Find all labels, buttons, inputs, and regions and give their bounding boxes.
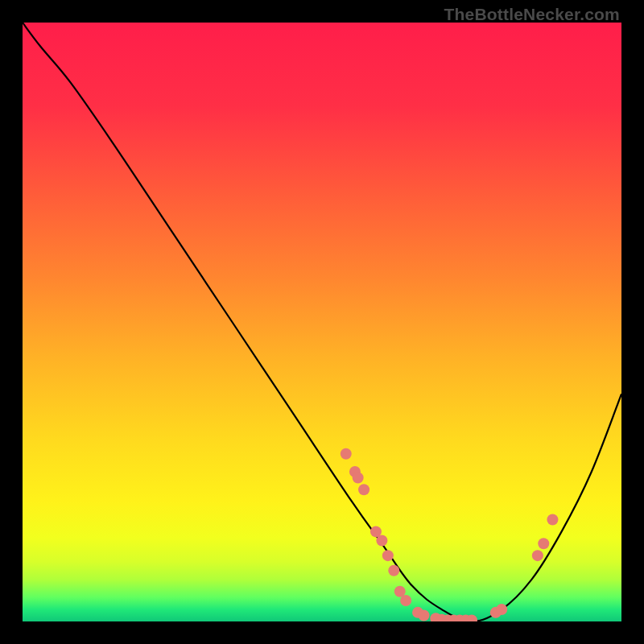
data-point [353, 472, 364, 483]
data-point [376, 535, 387, 547]
data-point [538, 538, 549, 549]
gradient-background [23, 23, 621, 621]
chart-container [23, 23, 621, 621]
data-point [418, 610, 429, 621]
data-point [400, 595, 411, 606]
data-point [388, 565, 399, 576]
data-point [341, 448, 352, 460]
watermark-text: TheBottleNecker.com [444, 5, 620, 24]
data-point [532, 550, 543, 561]
bottleneck-chart [23, 23, 621, 621]
data-point [358, 484, 369, 495]
data-point [496, 604, 507, 615]
data-point [547, 514, 558, 526]
data-point [382, 550, 394, 561]
